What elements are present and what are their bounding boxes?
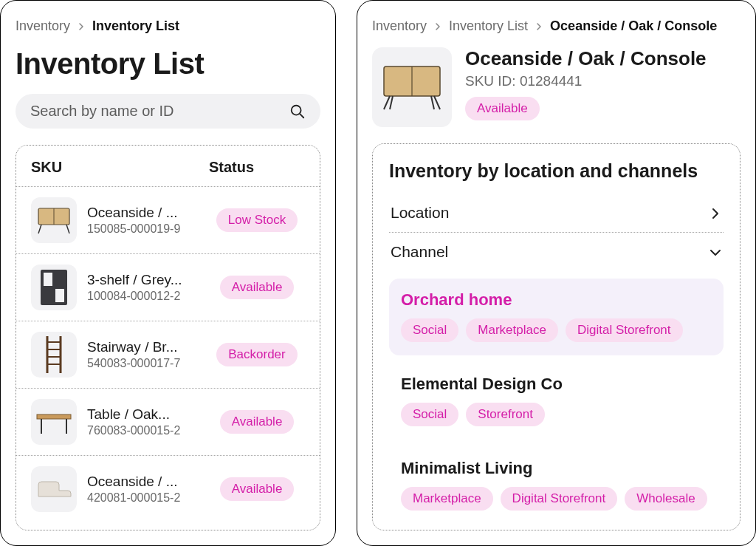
- svg-line-22: [390, 96, 393, 109]
- channel-name: Orchard home: [401, 290, 712, 310]
- sku-info: Table / Oak... 760083-000015-2: [87, 406, 199, 437]
- status-badge: Available: [465, 97, 540, 120]
- channel-name: Minimalist Living: [401, 459, 712, 478]
- svg-rect-15: [37, 414, 71, 419]
- chevron-right-icon: [535, 23, 543, 30]
- chip[interactable]: Social: [401, 318, 458, 342]
- search-input[interactable]: [30, 103, 279, 120]
- svg-line-23: [431, 96, 434, 109]
- chip[interactable]: Marketplace: [401, 487, 493, 511]
- product-thumbnail: [31, 265, 77, 310]
- sku-info: 3-shelf / Grey... 100084-000012-2: [87, 272, 199, 303]
- product-thumbnail: [31, 399, 77, 445]
- inventory-table: SKU Status Oceanside / ... 150085-000019…: [16, 145, 320, 530]
- section-title: Inventory by location and channels: [389, 160, 724, 182]
- channel-chips: Marketplace Digital Storefront Wholesale: [401, 487, 712, 511]
- chevron-right-icon: [78, 23, 85, 30]
- breadcrumb-item-inventory-list[interactable]: Inventory List: [449, 18, 528, 34]
- accordion-channel[interactable]: Channel: [389, 233, 724, 271]
- inventory-locations-section: Inventory by location and channels Locat…: [372, 143, 740, 530]
- chevron-down-icon: [709, 245, 722, 259]
- sku-info: Stairway / Br... 540083-000017-7: [87, 339, 199, 370]
- breadcrumb-item-inventory[interactable]: Inventory: [16, 18, 70, 34]
- accordion-label: Location: [391, 204, 449, 222]
- svg-line-20: [384, 96, 390, 109]
- status-badge: Available: [220, 477, 295, 501]
- status-badge: Backorder: [216, 343, 297, 366]
- sku-name: Oceanside / ...: [87, 474, 199, 490]
- chip[interactable]: Storefront: [466, 403, 545, 426]
- breadcrumb-item-product[interactable]: Oceanside / Oak / Console: [550, 18, 717, 34]
- column-header-status: Status: [209, 159, 305, 176]
- sku-name: Oceanside / ...: [87, 205, 199, 221]
- sku-id: 150085-000019-9: [87, 222, 199, 236]
- sku-id: 420081-000015-2: [87, 491, 199, 505]
- accordion-label: Channel: [391, 243, 448, 261]
- product-detail-panel: Inventory Inventory List Oceanside / Oak…: [357, 0, 756, 546]
- table-row[interactable]: Table / Oak... 760083-000015-2 Available: [16, 388, 320, 455]
- inventory-list-panel: Inventory Inventory List Inventory List …: [0, 0, 336, 546]
- page-title: Inventory List: [16, 47, 320, 81]
- channel-chips: Social Marketplace Digital Storefront: [401, 318, 712, 342]
- table-row[interactable]: Oceanside / ... 150085-000019-9 Low Stoc…: [16, 186, 320, 253]
- search-bar[interactable]: [16, 94, 320, 129]
- product-thumbnail: [31, 197, 77, 243]
- sku-name: Stairway / Br...: [87, 339, 199, 355]
- channel-block[interactable]: Minimalist Living Marketplace Digital St…: [389, 447, 724, 524]
- sku-id: 540083-000017-7: [87, 357, 199, 370]
- chevron-right-icon: [709, 206, 722, 219]
- product-thumbnail: [31, 332, 77, 378]
- status-badge: Available: [220, 276, 295, 299]
- sku-info: Oceanside / ... 420081-000015-2: [87, 474, 199, 505]
- svg-line-4: [38, 225, 41, 233]
- svg-line-1: [300, 114, 303, 117]
- chevron-right-icon: [434, 23, 441, 30]
- product-header: Oceanside / Oak / Console SKU ID: 012844…: [372, 47, 740, 127]
- breadcrumb-item-inventory-list[interactable]: Inventory List: [92, 18, 179, 34]
- breadcrumb-item-inventory[interactable]: Inventory: [372, 18, 427, 34]
- product-title: Oceanside / Oak / Console: [465, 47, 707, 70]
- sku-name: 3-shelf / Grey...: [87, 272, 199, 288]
- table-row[interactable]: 3-shelf / Grey... 100084-000012-2 Availa…: [16, 253, 320, 321]
- chip[interactable]: Wholesale: [625, 487, 707, 511]
- search-icon: [289, 103, 306, 120]
- accordion-location[interactable]: Location: [389, 194, 724, 233]
- product-thumbnail: [372, 47, 452, 127]
- product-sku-id: SKU ID: 01284441: [465, 73, 707, 89]
- breadcrumb: Inventory Inventory List Oceanside / Oak…: [372, 18, 740, 34]
- sku-name: Table / Oak...: [87, 406, 199, 423]
- chip[interactable]: Digital Storefront: [501, 487, 618, 511]
- column-header-sku: SKU: [31, 159, 209, 176]
- svg-line-5: [66, 225, 69, 233]
- chip[interactable]: Digital Storefront: [566, 318, 683, 342]
- channel-block[interactable]: Orchard home Social Marketplace Digital …: [389, 279, 724, 355]
- chip[interactable]: Social: [401, 403, 458, 426]
- breadcrumb: Inventory Inventory List: [16, 18, 320, 34]
- status-badge: Available: [220, 410, 295, 434]
- svg-line-21: [434, 96, 440, 109]
- table-header: SKU Status: [16, 146, 320, 186]
- svg-rect-8: [55, 289, 64, 302]
- table-row[interactable]: Oceanside / ... 420081-000015-2 Availabl…: [16, 455, 320, 522]
- channel-block[interactable]: Elemental Design Co Social Storefront: [389, 363, 724, 440]
- channel-name: Elemental Design Co: [401, 375, 712, 394]
- status-badge: Low Stock: [216, 208, 298, 232]
- product-meta: Oceanside / Oak / Console SKU ID: 012844…: [465, 47, 707, 127]
- sku-info: Oceanside / ... 150085-000019-9: [87, 205, 199, 236]
- channel-chips: Social Storefront: [401, 403, 712, 426]
- chip[interactable]: Marketplace: [466, 318, 558, 342]
- table-row[interactable]: Stairway / Br... 540083-000017-7 Backord…: [16, 321, 320, 388]
- product-thumbnail: [31, 466, 77, 512]
- svg-rect-7: [44, 273, 52, 286]
- sku-id: 100084-000012-2: [87, 290, 199, 303]
- sku-id: 760083-000015-2: [87, 424, 199, 437]
